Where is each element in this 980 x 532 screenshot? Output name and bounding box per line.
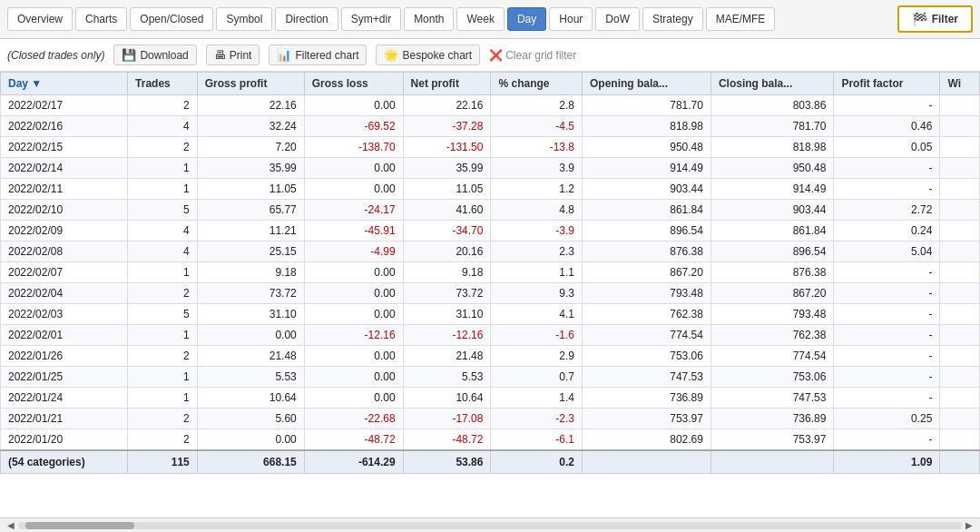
- col-header-wi[interactable]: Wi: [940, 73, 980, 95]
- cell-opening-bal: 774.54: [583, 325, 711, 346]
- cell-gross-profit: 11.05: [197, 179, 304, 200]
- col-header-closing-bal[interactable]: Closing bala...: [710, 73, 833, 95]
- cell-trades: 2: [128, 429, 198, 451]
- cell-net-profit: 20.16: [403, 241, 491, 262]
- cell-opening-bal: 753.06: [583, 346, 711, 367]
- cell-gross-loss: 0.00: [304, 95, 403, 116]
- cell-opening-bal: 903.44: [583, 179, 711, 200]
- table-scroll[interactable]: Day ▼TradesGross profitGross lossNet pro…: [0, 72, 980, 517]
- toolbar: (Closed trades only) 💾 Download 🖶 Print …: [0, 39, 980, 72]
- cell-gross-loss: 0.00: [304, 179, 403, 200]
- cell-closing-bal: 950.48: [710, 158, 833, 179]
- cell-profit-factor: -: [834, 388, 940, 409]
- download-button[interactable]: 💾 Download: [113, 44, 196, 65]
- cell-day: 2022/01/24: [1, 388, 128, 409]
- scroll-thumb[interactable]: [25, 522, 134, 529]
- cell-gross-profit: 25.15: [197, 241, 304, 262]
- print-button[interactable]: 🖶 Print: [206, 44, 260, 65]
- cell-profit-factor: -: [834, 346, 940, 367]
- nav-btn-mae-mfe[interactable]: MAE/MFE: [706, 7, 776, 31]
- cell-net-profit: -37.28: [403, 116, 491, 137]
- cell-gross-loss: 0.00: [304, 346, 403, 367]
- col-header-day[interactable]: Day ▼: [1, 73, 128, 95]
- cell-gross-loss: -24.17: [304, 200, 403, 221]
- cell-wi: [940, 409, 980, 429]
- nav-btn-charts[interactable]: Charts: [75, 7, 127, 31]
- footer-cell-wi: [940, 450, 980, 474]
- cell-trades: 2: [128, 346, 198, 367]
- cell-trades: 1: [128, 325, 198, 346]
- cell-closing-bal: 803.86: [710, 95, 833, 116]
- cell-gross-loss: 0.00: [304, 367, 403, 388]
- cell-pct-change: 1.4: [491, 388, 583, 409]
- cell-closing-bal: 867.20: [710, 283, 833, 304]
- cell-trades: 1: [128, 158, 198, 179]
- cell-wi: [940, 179, 980, 200]
- nav-btn-day[interactable]: Day: [507, 7, 546, 31]
- col-header-profit-factor[interactable]: Profit factor: [834, 73, 940, 95]
- download-label: Download: [140, 49, 188, 62]
- cell-profit-factor: -: [834, 367, 940, 388]
- cell-opening-bal: 753.97: [583, 409, 711, 429]
- nav-btn-hour[interactable]: Hour: [549, 7, 593, 31]
- clear-filter-icon: ❌: [489, 49, 503, 62]
- cell-wi: [940, 388, 980, 409]
- filter-button[interactable]: 🏁 Filter: [897, 5, 973, 33]
- cell-wi: [940, 283, 980, 304]
- cell-pct-change: 0.7: [491, 367, 583, 388]
- cell-gross-profit: 9.18: [197, 262, 304, 283]
- cell-closing-bal: 747.53: [710, 388, 833, 409]
- cell-closing-bal: 793.48: [710, 304, 833, 325]
- filtered-chart-button[interactable]: 📊 Filtered chart: [269, 44, 367, 65]
- footer-cell-pct-change: 0.2: [491, 450, 583, 474]
- cell-wi: [940, 429, 980, 451]
- cell-net-profit: 10.64: [403, 388, 491, 409]
- nav-btn-overview[interactable]: Overview: [7, 7, 73, 31]
- scroll-left-arrow[interactable]: ◀: [4, 520, 18, 530]
- cell-pct-change: 4.1: [491, 304, 583, 325]
- scroll-track: [18, 522, 962, 529]
- nav-btn-month[interactable]: Month: [404, 7, 454, 31]
- cell-closing-bal: 861.84: [710, 221, 833, 241]
- cell-trades: 1: [128, 367, 198, 388]
- nav-btn-strategy[interactable]: Strategy: [642, 7, 703, 31]
- cell-opening-bal: 876.38: [583, 241, 711, 262]
- cell-day: 2022/02/07: [1, 262, 128, 283]
- scroll-right-arrow[interactable]: ▶: [962, 520, 976, 530]
- clear-filter-link[interactable]: ❌ Clear grid filter: [489, 49, 576, 62]
- cell-opening-bal: 736.89: [583, 388, 711, 409]
- cell-gross-loss: -22.68: [304, 409, 403, 429]
- col-header-pct-change[interactable]: % change: [491, 73, 583, 95]
- col-header-gross-profit[interactable]: Gross profit: [197, 73, 304, 95]
- nav-btn-dow[interactable]: DoW: [595, 7, 640, 31]
- cell-pct-change: -4.5: [491, 116, 583, 137]
- cell-gross-profit: 65.77: [197, 200, 304, 221]
- cell-closing-bal: 762.38: [710, 325, 833, 346]
- table-row: 2022/02/11111.050.0011.051.2903.44914.49…: [1, 179, 980, 200]
- cell-pct-change: -1.6: [491, 325, 583, 346]
- col-header-gross-loss[interactable]: Gross loss: [304, 73, 403, 95]
- nav-btn-week[interactable]: Week: [456, 7, 504, 31]
- nav-btn-direction[interactable]: Direction: [275, 7, 338, 31]
- cell-gross-profit: 35.99: [197, 158, 304, 179]
- cell-gross-loss: -48.72: [304, 429, 403, 451]
- cell-gross-loss: -12.16: [304, 325, 403, 346]
- col-header-net-profit[interactable]: Net profit: [403, 73, 491, 95]
- cell-day: 2022/02/01: [1, 325, 128, 346]
- col-header-opening-bal[interactable]: Opening bala...: [583, 73, 711, 95]
- horizontal-scrollbar[interactable]: ◀ ▶: [0, 517, 980, 532]
- nav-btn-symbol[interactable]: Symbol: [216, 7, 272, 31]
- top-nav: OverviewChartsOpen/ClosedSymbolDirection…: [0, 0, 980, 39]
- cell-profit-factor: -: [834, 304, 940, 325]
- cell-closing-bal: 818.98: [710, 137, 833, 158]
- cell-pct-change: 1.1: [491, 262, 583, 283]
- cell-gross-loss: 0.00: [304, 158, 403, 179]
- cell-gross-profit: 0.00: [197, 429, 304, 451]
- nav-btn-sym-dir[interactable]: Sym+dir: [341, 7, 401, 31]
- nav-btn-open-closed[interactable]: Open/Closed: [130, 7, 213, 31]
- bespoke-icon: 🌟: [384, 48, 398, 62]
- bespoke-chart-button[interactable]: 🌟 Bespoke chart: [376, 44, 480, 65]
- col-header-trades[interactable]: Trades: [128, 73, 198, 95]
- cell-wi: [940, 116, 980, 137]
- cell-day: 2022/02/04: [1, 283, 128, 304]
